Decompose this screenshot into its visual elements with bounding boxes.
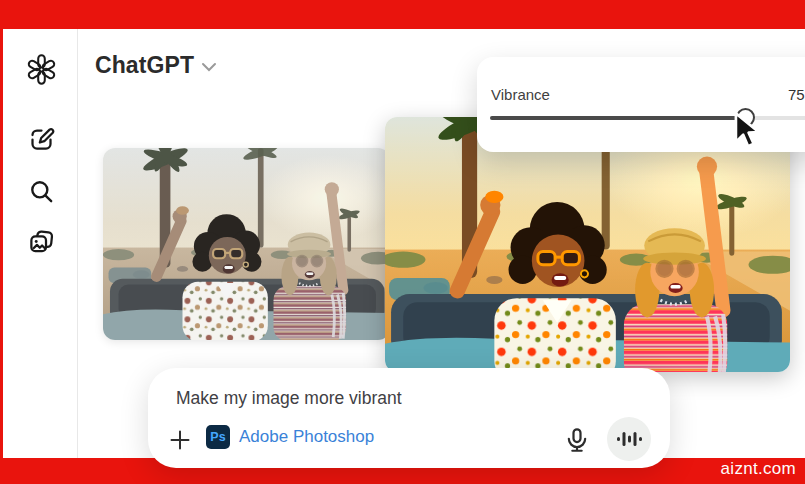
sidebar	[3, 29, 78, 458]
voice-mode-button[interactable]	[607, 417, 651, 461]
openai-logo-petals	[27, 55, 55, 83]
frame-top-bar	[0, 0, 805, 29]
composer: Make my image more vibrant Ps Adobe Phot…	[148, 368, 670, 468]
search-icon[interactable]	[25, 175, 57, 207]
vibrance-slider-fill	[490, 116, 745, 120]
chevron-down-icon	[201, 62, 217, 72]
plugin-name: Adobe Photoshop	[239, 427, 374, 447]
dictate-button[interactable]	[563, 426, 591, 454]
watermark: aiznt.com	[721, 459, 796, 479]
composer-input[interactable]: Make my image more vibrant	[176, 388, 402, 409]
photo-before	[103, 148, 390, 340]
vibrance-label: Vibrance	[491, 86, 550, 103]
model-switcher[interactable]: ChatGPT	[95, 52, 217, 79]
attach-button[interactable]	[168, 428, 192, 452]
plus-icon	[168, 428, 192, 452]
mouse-cursor	[731, 111, 763, 149]
page-title: ChatGPT	[95, 52, 194, 79]
openai-logo[interactable]	[25, 53, 57, 85]
photoshop-icon: Ps	[206, 425, 230, 449]
new-chat-icon[interactable]	[25, 123, 57, 155]
app-window: aiznt.com	[0, 0, 805, 484]
microphone-icon	[563, 426, 591, 454]
plugin-chip-photoshop[interactable]: Ps Adobe Photoshop	[206, 425, 374, 449]
waveform-icon	[616, 429, 642, 449]
library-icon[interactable]	[25, 225, 57, 257]
frame-left-bar	[0, 0, 3, 484]
photo-after	[385, 117, 790, 372]
vibrance-value: 75	[788, 86, 805, 103]
